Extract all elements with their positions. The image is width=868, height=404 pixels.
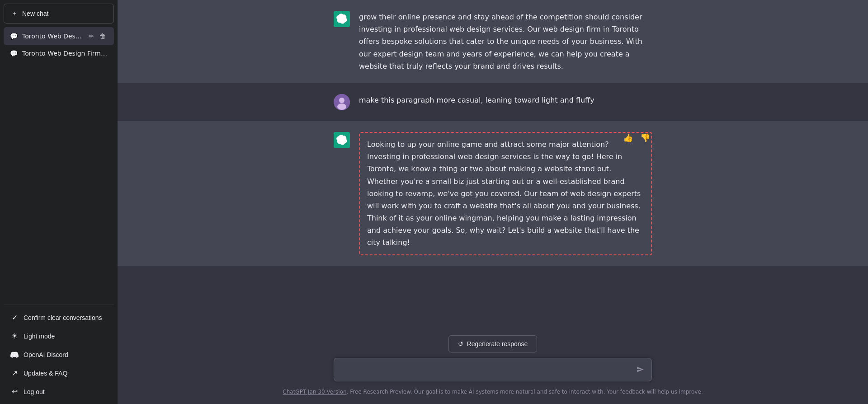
delete-chat-button[interactable]: 🗑 bbox=[98, 32, 108, 41]
messages-container: grow their online presence and stay ahea… bbox=[118, 0, 868, 330]
thumbs-down-button[interactable]: 👎 bbox=[638, 132, 652, 144]
message-inner-highlighted: Looking to up your online game and attra… bbox=[312, 132, 674, 255]
gpt-avatar-highlighted bbox=[334, 132, 350, 148]
user-avatar bbox=[334, 94, 350, 110]
regenerate-button[interactable]: ↺ Regenerate response bbox=[448, 335, 538, 352]
light-mode-button[interactable]: ☀ Light mode bbox=[4, 327, 114, 345]
edit-chat-button[interactable]: ✏ bbox=[87, 32, 96, 41]
confirm-clear-button[interactable]: ✓ Confirm clear conversations bbox=[4, 309, 114, 326]
log-out-button[interactable]: ↩ Log out bbox=[4, 383, 114, 400]
thumbs-up-button[interactable]: 👍 bbox=[621, 132, 635, 144]
sidebar-divider bbox=[4, 305, 114, 305]
external-link-icon: ↗ bbox=[10, 369, 19, 377]
footer-text: ChatGPT Jan 30 Version. Free Research Pr… bbox=[283, 389, 703, 395]
new-chat-button[interactable]: ＋ New chat bbox=[4, 4, 114, 23]
message-inner-user: make this paragraph more casual, leaning… bbox=[312, 94, 674, 110]
svg-point-1 bbox=[339, 98, 344, 103]
sun-icon: ☀ bbox=[10, 332, 19, 340]
chat-icon: 💬 bbox=[10, 50, 18, 57]
gpt-avatar bbox=[334, 11, 350, 27]
check-icon: ✓ bbox=[10, 313, 19, 322]
user-message-text: make this paragraph more casual, leaning… bbox=[359, 94, 652, 106]
discord-icon bbox=[10, 350, 19, 359]
logout-icon: ↩ bbox=[10, 387, 19, 396]
message-wrapper-user: make this paragraph more casual, leaning… bbox=[118, 83, 868, 121]
log-out-label: Log out bbox=[24, 388, 45, 395]
chat-icon: 💬 bbox=[10, 33, 18, 40]
prev-assistant-message-text: grow their online presence and stay ahea… bbox=[359, 11, 652, 72]
message-wrapper-assistant-highlighted: Looking to up your online game and attra… bbox=[118, 121, 868, 266]
chat-input[interactable] bbox=[334, 358, 652, 381]
chat-item-toronto-si[interactable]: 💬 Toronto Web Design SI ✏ 🗑 bbox=[4, 27, 114, 45]
message-inner: grow their online presence and stay ahea… bbox=[312, 11, 674, 72]
plus-icon: ＋ bbox=[11, 9, 18, 18]
sidebar: ＋ New chat 💬 Toronto Web Design SI ✏ 🗑 💬… bbox=[0, 0, 118, 404]
message-actions: 👍 👎 bbox=[621, 132, 652, 144]
chat-item-label: Toronto Web Design Firm CTA bbox=[22, 50, 108, 57]
regenerate-label: Regenerate response bbox=[467, 340, 528, 348]
input-box-wrapper bbox=[312, 358, 674, 383]
footer-link[interactable]: ChatGPT Jan 30 Version bbox=[283, 389, 346, 395]
discord-button[interactable]: OpenAI Discord bbox=[4, 346, 114, 363]
message-wrapper-assistant-prev: grow their online presence and stay ahea… bbox=[118, 0, 868, 83]
svg-point-2 bbox=[337, 103, 346, 110]
chat-item-label: Toronto Web Design SI bbox=[22, 33, 82, 40]
sidebar-bottom: ✓ Confirm clear conversations ☀ Light mo… bbox=[4, 309, 114, 400]
main-content: grow their online presence and stay ahea… bbox=[118, 0, 868, 404]
updates-faq-label: Updates & FAQ bbox=[24, 370, 67, 377]
chat-list: 💬 Toronto Web Design SI ✏ 🗑 💬 Toronto We… bbox=[4, 27, 114, 301]
chat-item-toronto-cta[interactable]: 💬 Toronto Web Design Firm CTA bbox=[4, 45, 114, 61]
footer-suffix: . Free Research Preview. Our goal is to … bbox=[347, 389, 703, 395]
updates-faq-button[interactable]: ↗ Updates & FAQ bbox=[4, 364, 114, 382]
regenerate-icon: ↺ bbox=[458, 340, 463, 348]
highlighted-assistant-message-text: Looking to up your online game and attra… bbox=[359, 132, 652, 255]
confirm-clear-label: Confirm clear conversations bbox=[24, 314, 102, 321]
discord-label: OpenAI Discord bbox=[24, 351, 68, 358]
input-area: ↺ Regenerate response ChatGPT Jan 30 Ver… bbox=[118, 330, 868, 404]
send-button[interactable] bbox=[635, 364, 646, 377]
chat-item-actions: ✏ 🗑 bbox=[87, 32, 108, 41]
light-mode-label: Light mode bbox=[24, 333, 55, 340]
new-chat-label: New chat bbox=[22, 10, 48, 17]
